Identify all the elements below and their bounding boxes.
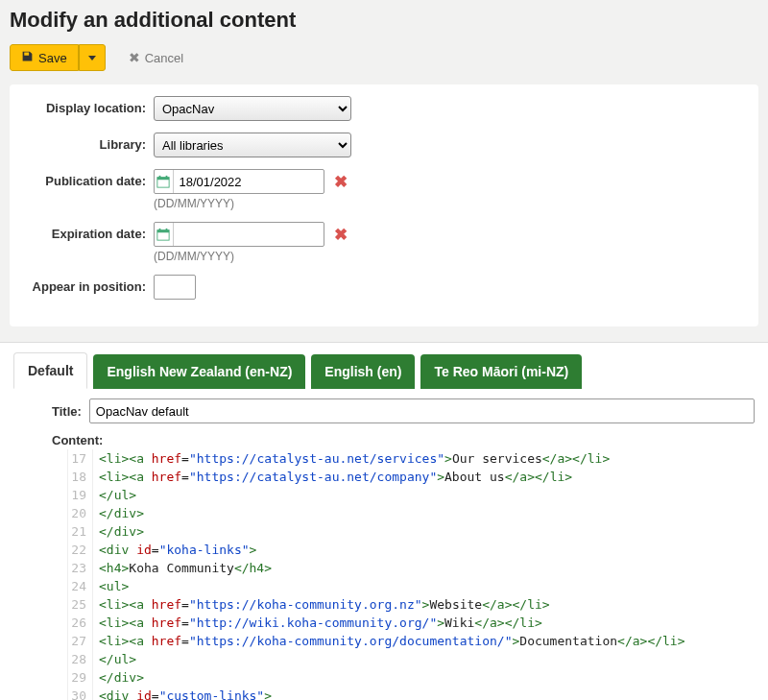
expiration-date-label: Expiration date:: [25, 222, 154, 241]
publication-date-clear-icon[interactable]: ✖: [334, 172, 348, 192]
tab-default[interactable]: Default: [13, 352, 87, 389]
tab-mi-nz[interactable]: Te Reo Māori (mi-NZ): [420, 354, 582, 389]
publication-date-label: Publication date:: [25, 169, 154, 188]
title-input[interactable]: [89, 398, 755, 423]
code-line: 28</ul>: [68, 650, 755, 668]
code-line: 29</div>: [68, 668, 755, 687]
editor-panel: Default English New Zealand (en-NZ) Engl…: [0, 343, 768, 700]
tab-en[interactable]: English (en): [311, 354, 415, 389]
code-line: 17<li><a href="https://catalyst-au.net/s…: [68, 449, 755, 468]
expiration-date-input[interactable]: [174, 225, 324, 245]
page-title: Modify an additional content: [10, 8, 758, 33]
expiration-date-clear-icon[interactable]: ✖: [334, 225, 348, 245]
code-line: 22<div id="koha-links">: [68, 541, 755, 559]
calendar-icon[interactable]: [155, 223, 174, 246]
cancel-button[interactable]: ✖ Cancel: [123, 49, 189, 66]
toolbar: Save ✖ Cancel: [10, 44, 758, 71]
code-line: 18<li><a href="https://catalyst-au.net/c…: [68, 468, 755, 486]
expiration-date-hint: (DD/MM/YYYY): [154, 250, 348, 263]
language-tabs: Default English New Zealand (en-NZ) Engl…: [13, 352, 755, 389]
save-dropdown-button[interactable]: [79, 44, 106, 71]
tab-en-nz[interactable]: English New Zealand (en-NZ): [93, 354, 305, 389]
code-editor[interactable]: 17<li><a href="https://catalyst-au.net/s…: [67, 449, 755, 700]
code-line: 19</ul>: [68, 486, 755, 504]
code-line: 30<div id="custom-links">: [68, 687, 755, 700]
form-panel: Display location: OpacNav Library: All l…: [10, 84, 758, 326]
code-line: 24<ul>: [68, 577, 755, 595]
appear-position-label: Appear in position:: [25, 275, 154, 294]
appear-position-input[interactable]: [154, 275, 196, 300]
svg-rect-3: [166, 176, 168, 179]
save-icon: [21, 50, 34, 65]
code-line: 23<h4>Koha Community</h4>: [68, 559, 755, 577]
library-select[interactable]: All libraries: [154, 133, 351, 157]
content-label: Content:: [52, 433, 755, 447]
code-line: 27<li><a href="https://koha-community.or…: [68, 632, 755, 650]
display-location-label: Display location:: [25, 96, 154, 115]
save-button[interactable]: Save: [10, 44, 79, 71]
svg-rect-6: [159, 229, 161, 231]
calendar-icon[interactable]: [155, 170, 174, 193]
code-line: 26<li><a href="http://wiki.koha-communit…: [68, 614, 755, 632]
cancel-label: Cancel: [145, 51, 183, 65]
display-location-select[interactable]: OpacNav: [154, 96, 351, 121]
svg-rect-7: [166, 229, 168, 231]
code-line: 21</div>: [68, 522, 755, 541]
publication-date-input[interactable]: [174, 172, 324, 192]
code-line: 20</div>: [68, 504, 755, 522]
close-icon: ✖: [129, 50, 140, 65]
title-label: Title:: [52, 404, 82, 419]
code-line: 25<li><a href="https://koha-community.or…: [68, 595, 755, 614]
publication-date-hint: (DD/MM/YYYY): [154, 197, 348, 210]
library-label: Library:: [25, 133, 154, 152]
save-label: Save: [38, 51, 67, 65]
chevron-down-icon: [88, 56, 96, 60]
svg-rect-2: [159, 176, 161, 179]
